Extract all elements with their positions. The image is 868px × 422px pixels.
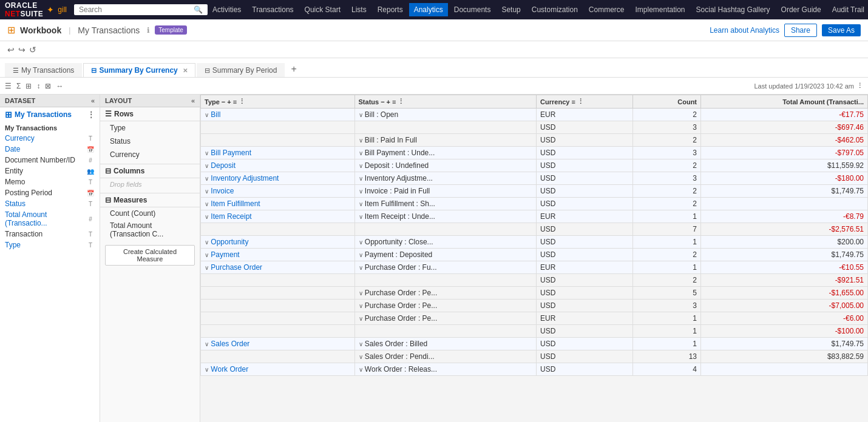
measure-item[interactable]: Total Amount (Transaction C... (100, 219, 200, 240)
data-table-wrapper[interactable]: Type − + ≡ ⋮ Status − (200, 95, 868, 422)
nav-audit-trail[interactable]: Audit Trail (827, 3, 868, 16)
nav-customization[interactable]: Customization (527, 3, 583, 16)
learn-analytics-link[interactable]: Learn about Analytics (710, 26, 779, 35)
cell-count: 2 (632, 109, 700, 121)
add-tab-button[interactable]: + (286, 61, 301, 77)
dataset-collapse-icon[interactable]: « (91, 97, 95, 104)
share-button[interactable]: Share (784, 24, 817, 37)
search-icon: 🔍 (194, 5, 203, 14)
pivot-export-icon[interactable]: ☰ (5, 82, 12, 90)
dataset-item[interactable]: Entity 👥 (0, 166, 100, 176)
dataset-item[interactable]: Posting Period 📅 (0, 187, 100, 198)
th-type-more-icon[interactable]: ⋮ (239, 98, 245, 106)
table-row: USD7-$2,576.51 (201, 223, 868, 236)
pivot-options-icon[interactable]: ⋮ (856, 82, 863, 90)
th-type-minus-icon[interactable]: − (222, 98, 225, 106)
nav-activities[interactable]: Activities (208, 3, 246, 16)
info-icon[interactable]: ℹ (147, 26, 150, 35)
cell-total: -$180.00 (701, 172, 868, 185)
cell-count: 13 (632, 350, 700, 363)
tab-summary-by-period[interactable]: ⊟ Summary By Period (197, 63, 285, 77)
cell-currency: USD (537, 198, 633, 210)
cell-status: ∨ Bill : Open (354, 109, 537, 121)
cell-status: ∨ Sales Order : Billed (354, 338, 537, 350)
th-status-sort-icon[interactable]: ≡ (392, 98, 396, 106)
cell-currency: USD (537, 185, 633, 198)
nav-order-guide[interactable]: Order Guide (776, 3, 826, 16)
dataset-menu-dots-icon[interactable]: ⋮ (87, 110, 95, 119)
cell-type: ∨ Invoice (201, 185, 355, 198)
tab-close-icon[interactable]: ✕ (183, 67, 188, 74)
measures-icon: ⊟ (105, 196, 111, 204)
th-total: Total Amount (Transacti... (701, 95, 868, 109)
th-currency-sort-icon[interactable]: ≡ (571, 98, 575, 106)
measure-item[interactable]: Count (Count) (100, 207, 200, 219)
tab-summary-by-currency[interactable]: ⊟ Summary By Currency ✕ (83, 63, 195, 77)
cell-currency: USD (537, 121, 633, 134)
nav-analytics[interactable]: Analytics (409, 3, 448, 16)
th-type-plus-icon[interactable]: + (227, 98, 231, 106)
th-count: Count (632, 95, 700, 109)
dataset-header-label: DATASET (5, 97, 35, 104)
cell-type: ∨ Sales Order (201, 338, 355, 350)
pivot-sort-icon[interactable]: ↕ (36, 82, 40, 90)
cell-count: 2 (632, 134, 700, 147)
nav-lists[interactable]: Lists (347, 3, 371, 16)
cell-currency: EUR (537, 210, 633, 223)
dataset-item[interactable]: Type T (0, 239, 100, 250)
th-status-plus-icon[interactable]: + (387, 98, 390, 106)
dataset-item[interactable]: Transaction T (0, 229, 100, 239)
pivot-group-icon[interactable]: ⊠ (45, 82, 51, 90)
search-input[interactable] (79, 5, 194, 14)
layout-row-item[interactable]: Status (100, 135, 200, 148)
nav-implementation[interactable]: Implementation (631, 3, 690, 16)
dataset-item[interactable]: Currency T (0, 133, 100, 144)
create-measure-button[interactable]: Create Calculated Measure (105, 245, 195, 266)
th-status-minus-icon[interactable]: − (381, 98, 384, 106)
tab-my-transactions[interactable]: ☰ My Transactions (5, 63, 82, 77)
dataset-item[interactable]: Date 📅 (0, 144, 100, 155)
undo-icon[interactable]: ↩ (7, 45, 15, 55)
nav-reports[interactable]: Reports (373, 3, 408, 16)
layout-row-item[interactable]: Type (100, 121, 200, 135)
nav-social-hashtag[interactable]: Social Hashtag Gallery (691, 3, 775, 16)
nav-documents[interactable]: Documents (449, 3, 496, 16)
pivot-expand-icon[interactable]: ↔ (56, 82, 63, 90)
save-as-button[interactable]: Save As (822, 24, 861, 36)
dataset-items-list: Currency T Date 📅 Document Number/ID # E… (0, 133, 100, 250)
nav-setup[interactable]: Setup (497, 3, 525, 16)
cell-type: ∨ Purchase Order (201, 261, 355, 274)
nav-commerce[interactable]: Commerce (584, 3, 629, 16)
dataset-item[interactable]: Document Number/ID # (0, 155, 100, 166)
tab-icon-summary-period: ⊟ (205, 67, 210, 75)
layout-row-item[interactable]: Currency (100, 148, 200, 161)
cell-currency: USD (537, 223, 633, 236)
dataset-item[interactable]: Memo T (0, 176, 100, 187)
refresh-icon[interactable]: ↺ (29, 45, 36, 55)
cell-type (201, 121, 355, 134)
nav-quickstart[interactable]: Quick Start (300, 3, 345, 16)
dataset-title[interactable]: ⊞ My Transactions ⋮ (0, 107, 100, 122)
cell-currency: EUR (537, 312, 633, 325)
cell-status: ∨ Purchase Order : Pe... (354, 300, 537, 312)
th-status-more-icon[interactable]: ⋮ (398, 98, 404, 106)
table-row: ∨ Sales Order∨ Sales Order : BilledUSD1$… (201, 338, 868, 350)
th-type-sort-icon[interactable]: ≡ (233, 98, 237, 106)
cell-count: 3 (632, 172, 700, 185)
dataset-item[interactable]: Status T (0, 198, 100, 209)
cell-total: $1,749.75 (701, 185, 868, 198)
cell-currency: USD (537, 134, 633, 147)
layout-header-label: LAYOUT (105, 97, 132, 104)
layout-collapse-icon[interactable]: « (191, 97, 195, 104)
redo-icon[interactable]: ↪ (18, 45, 25, 55)
pivot-filter-icon[interactable]: ⊞ (25, 82, 32, 90)
th-currency-more-icon[interactable]: ⋮ (577, 98, 584, 106)
pivot-sum-icon[interactable]: Σ (16, 82, 21, 90)
table-body: ∨ Bill∨ Bill : OpenEUR2-€17.75USD3-$697.… (201, 109, 868, 376)
cell-currency: USD (537, 338, 633, 350)
cell-status: ∨ Purchase Order : Pe... (354, 287, 537, 300)
dataset-section-title: My Transactions (0, 122, 100, 133)
nav-transactions[interactable]: Transactions (247, 3, 298, 16)
th-currency-label: Currency (540, 98, 569, 106)
dataset-item[interactable]: Total Amount (Transactio... # (0, 209, 100, 229)
